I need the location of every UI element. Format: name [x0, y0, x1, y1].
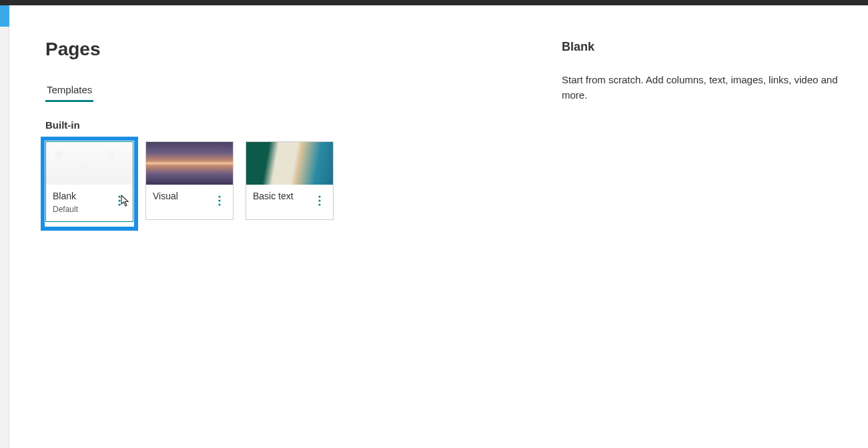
template-title-basic: Basic text — [253, 190, 294, 203]
template-meta: Basic text — [246, 185, 333, 219]
more-vertical-icon — [218, 195, 221, 209]
more-vertical-icon — [318, 195, 321, 209]
template-card-visual[interactable]: Visual — [145, 141, 234, 220]
template-card-row: Blank Default — [45, 141, 514, 222]
templates-pane: Pages Templates Built-in Blank Default — [9, 5, 550, 448]
template-thumb-blank — [46, 142, 133, 185]
template-meta: Blank Default — [46, 185, 133, 221]
template-text: Blank Default — [53, 190, 78, 215]
more-menu-blank[interactable] — [113, 193, 126, 211]
template-title-blank: Blank — [53, 190, 78, 203]
svg-point-3 — [218, 195, 220, 197]
svg-point-7 — [318, 199, 320, 201]
detail-title: Blank — [562, 40, 856, 54]
left-edge-panel — [0, 27, 9, 448]
template-card-blank-wrap: Blank Default — [45, 141, 133, 222]
more-menu-basic[interactable] — [313, 193, 326, 211]
svg-point-4 — [218, 199, 220, 201]
detail-pane: Blank Start from scratch. Add columns, t… — [550, 5, 868, 448]
page-title: Pages — [45, 39, 514, 60]
svg-point-8 — [318, 203, 320, 205]
left-accent-strip — [0, 5, 9, 27]
svg-point-0 — [118, 195, 120, 197]
template-thumb-basic — [246, 142, 333, 185]
template-card-blank[interactable]: Blank Default — [45, 141, 133, 222]
more-menu-visual[interactable] — [213, 193, 226, 211]
svg-point-1 — [118, 199, 120, 201]
window-top-bar — [0, 0, 868, 5]
builtin-section-label: Built-in — [45, 119, 514, 131]
template-meta: Visual — [146, 185, 233, 219]
template-card-basic[interactable]: Basic text — [246, 141, 334, 220]
detail-description: Start from scratch. Add columns, text, i… — [562, 73, 856, 103]
template-card-visual-wrap: Visual — [145, 141, 234, 220]
template-subtitle-blank: Default — [53, 204, 78, 215]
tab-bar: Templates — [45, 80, 514, 101]
template-card-basic-wrap: Basic text — [246, 141, 334, 220]
template-thumb-visual — [146, 142, 233, 185]
template-title-visual: Visual — [153, 190, 178, 203]
more-vertical-icon — [118, 195, 121, 209]
svg-point-5 — [218, 203, 220, 205]
svg-point-2 — [118, 203, 120, 205]
tab-templates[interactable]: Templates — [45, 80, 93, 101]
template-text: Basic text — [253, 190, 294, 203]
main-content: Pages Templates Built-in Blank Default — [9, 5, 868, 448]
template-text: Visual — [153, 190, 178, 203]
svg-point-6 — [318, 195, 320, 197]
